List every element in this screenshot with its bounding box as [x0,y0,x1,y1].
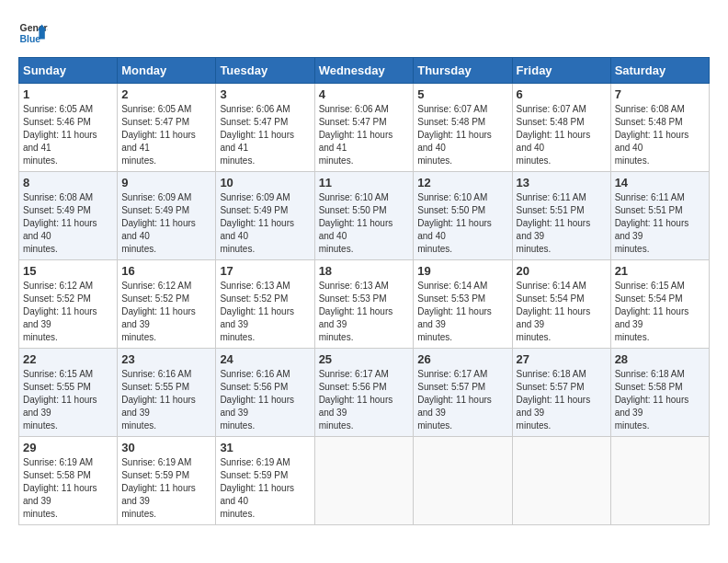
calendar-cell [610,437,709,525]
calendar-cell: 22Sunrise: 6:15 AMSunset: 5:55 PMDayligh… [19,349,118,437]
day-number: 14 [615,176,705,190]
calendar-cell: 1Sunrise: 6:05 AMSunset: 5:46 PMDaylight… [19,84,118,172]
weekday-header-tuesday: Tuesday [216,58,314,84]
day-number: 27 [517,352,607,366]
logo-icon: General Blue [18,18,48,48]
calendar-cell [512,437,610,525]
calendar-week-row: 8Sunrise: 6:08 AMSunset: 5:49 PMDaylight… [19,172,710,260]
day-detail: Sunrise: 6:17 AMSunset: 5:56 PMDaylight:… [319,369,393,431]
day-detail: Sunrise: 6:11 AMSunset: 5:51 PMDaylight:… [517,192,591,254]
calendar-cell: 19Sunrise: 6:14 AMSunset: 5:53 PMDayligh… [414,260,512,349]
day-detail: Sunrise: 6:12 AMSunset: 5:52 PMDaylight:… [23,281,97,342]
day-number: 12 [417,176,507,190]
day-number: 29 [23,441,113,454]
day-number: 11 [319,176,410,190]
day-number: 22 [23,352,113,366]
calendar-cell: 23Sunrise: 6:16 AMSunset: 5:55 PMDayligh… [118,349,216,437]
calendar-week-row: 29Sunrise: 6:19 AMSunset: 5:58 PMDayligh… [19,437,710,525]
day-detail: Sunrise: 6:15 AMSunset: 5:55 PMDaylight:… [23,369,97,431]
calendar-cell: 24Sunrise: 6:16 AMSunset: 5:56 PMDayligh… [216,349,314,437]
day-number: 19 [417,264,507,278]
calendar-cell: 18Sunrise: 6:13 AMSunset: 5:53 PMDayligh… [314,260,414,349]
day-number: 20 [517,264,607,278]
calendar-cell: 13Sunrise: 6:11 AMSunset: 5:51 PMDayligh… [512,172,610,260]
day-number: 3 [220,87,310,101]
day-number: 9 [121,176,211,190]
calendar-cell: 21Sunrise: 6:15 AMSunset: 5:54 PMDayligh… [610,260,709,349]
day-number: 26 [417,352,507,366]
day-detail: Sunrise: 6:10 AMSunset: 5:50 PMDaylight:… [417,192,492,254]
day-detail: Sunrise: 6:05 AMSunset: 5:46 PMDaylight:… [23,104,97,166]
day-detail: Sunrise: 6:14 AMSunset: 5:54 PMDaylight:… [517,281,591,342]
calendar-cell: 15Sunrise: 6:12 AMSunset: 5:52 PMDayligh… [19,260,118,349]
day-number: 13 [517,176,607,190]
weekday-header-monday: Monday [118,58,216,84]
day-detail: Sunrise: 6:12 AMSunset: 5:52 PMDaylight:… [121,281,196,342]
calendar-week-row: 22Sunrise: 6:15 AMSunset: 5:55 PMDayligh… [19,349,710,437]
day-detail: Sunrise: 6:05 AMSunset: 5:47 PMDaylight:… [121,104,196,166]
day-detail: Sunrise: 6:13 AMSunset: 5:53 PMDaylight:… [319,281,393,342]
day-detail: Sunrise: 6:10 AMSunset: 5:50 PMDaylight:… [319,192,393,254]
calendar-cell: 26Sunrise: 6:17 AMSunset: 5:57 PMDayligh… [414,349,512,437]
day-detail: Sunrise: 6:14 AMSunset: 5:53 PMDaylight:… [417,281,492,342]
page-header: General Blue [18,18,710,48]
calendar-cell: 31Sunrise: 6:19 AMSunset: 5:59 PMDayligh… [216,437,314,525]
day-detail: Sunrise: 6:18 AMSunset: 5:57 PMDaylight:… [517,369,591,431]
calendar-header-row: SundayMondayTuesdayWednesdayThursdayFrid… [19,58,710,84]
day-detail: Sunrise: 6:07 AMSunset: 5:48 PMDaylight:… [417,104,492,166]
logo: General Blue [18,18,48,48]
day-detail: Sunrise: 6:06 AMSunset: 5:47 PMDaylight:… [220,104,294,166]
day-number: 23 [121,352,211,366]
day-number: 17 [220,264,310,278]
day-detail: Sunrise: 6:19 AMSunset: 5:58 PMDaylight:… [23,457,97,519]
day-detail: Sunrise: 6:18 AMSunset: 5:58 PMDaylight:… [615,369,689,431]
calendar-cell: 5Sunrise: 6:07 AMSunset: 5:48 PMDaylight… [414,84,512,172]
calendar-cell: 29Sunrise: 6:19 AMSunset: 5:58 PMDayligh… [19,437,118,525]
day-detail: Sunrise: 6:08 AMSunset: 5:48 PMDaylight:… [615,104,689,166]
calendar-cell: 7Sunrise: 6:08 AMSunset: 5:48 PMDaylight… [610,84,709,172]
calendar-cell: 17Sunrise: 6:13 AMSunset: 5:52 PMDayligh… [216,260,314,349]
day-number: 10 [220,176,310,190]
day-number: 18 [319,264,410,278]
calendar-cell: 30Sunrise: 6:19 AMSunset: 5:59 PMDayligh… [118,437,216,525]
weekday-header-saturday: Saturday [610,58,709,84]
day-number: 7 [615,87,705,101]
day-detail: Sunrise: 6:07 AMSunset: 5:48 PMDaylight:… [517,104,591,166]
calendar-cell: 28Sunrise: 6:18 AMSunset: 5:58 PMDayligh… [610,349,709,437]
weekday-header-friday: Friday [512,58,610,84]
day-number: 31 [220,441,310,454]
svg-text:Blue: Blue [20,34,41,44]
day-detail: Sunrise: 6:08 AMSunset: 5:49 PMDaylight:… [23,192,97,254]
calendar-cell: 25Sunrise: 6:17 AMSunset: 5:56 PMDayligh… [314,349,414,437]
calendar-cell [314,437,414,525]
calendar-cell: 16Sunrise: 6:12 AMSunset: 5:52 PMDayligh… [118,260,216,349]
weekday-header-sunday: Sunday [19,58,118,84]
day-detail: Sunrise: 6:16 AMSunset: 5:55 PMDaylight:… [121,369,196,431]
day-number: 4 [319,87,410,101]
calendar-cell: 27Sunrise: 6:18 AMSunset: 5:57 PMDayligh… [512,349,610,437]
calendar-cell [414,437,512,525]
day-detail: Sunrise: 6:19 AMSunset: 5:59 PMDaylight:… [121,457,196,519]
calendar-cell: 11Sunrise: 6:10 AMSunset: 5:50 PMDayligh… [314,172,414,260]
day-number: 24 [220,352,310,366]
day-number: 25 [319,352,410,366]
calendar-cell: 8Sunrise: 6:08 AMSunset: 5:49 PMDaylight… [19,172,118,260]
day-number: 2 [121,87,211,101]
day-number: 28 [615,352,705,366]
day-detail: Sunrise: 6:19 AMSunset: 5:59 PMDaylight:… [220,457,294,519]
day-number: 21 [615,264,705,278]
calendar-cell: 6Sunrise: 6:07 AMSunset: 5:48 PMDaylight… [512,84,610,172]
day-detail: Sunrise: 6:09 AMSunset: 5:49 PMDaylight:… [220,192,294,254]
calendar-cell: 14Sunrise: 6:11 AMSunset: 5:51 PMDayligh… [610,172,709,260]
day-number: 6 [517,87,607,101]
calendar-cell: 10Sunrise: 6:09 AMSunset: 5:49 PMDayligh… [216,172,314,260]
weekday-header-wednesday: Wednesday [314,58,414,84]
calendar-cell: 12Sunrise: 6:10 AMSunset: 5:50 PMDayligh… [414,172,512,260]
day-number: 5 [417,87,507,101]
day-number: 1 [23,87,113,101]
weekday-header-thursday: Thursday [414,58,512,84]
day-detail: Sunrise: 6:11 AMSunset: 5:51 PMDaylight:… [615,192,689,254]
calendar-cell: 2Sunrise: 6:05 AMSunset: 5:47 PMDaylight… [118,84,216,172]
day-detail: Sunrise: 6:16 AMSunset: 5:56 PMDaylight:… [220,369,294,431]
day-detail: Sunrise: 6:06 AMSunset: 5:47 PMDaylight:… [319,104,393,166]
